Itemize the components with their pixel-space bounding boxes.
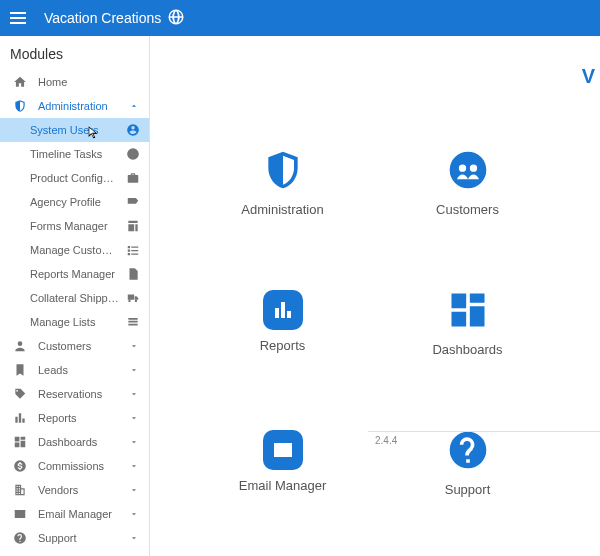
sidebar-item-customers[interactable]: Customers	[0, 334, 149, 358]
card-reports[interactable]: Reports	[210, 256, 355, 386]
tag-icon	[125, 194, 141, 210]
card-label: Reports	[260, 338, 306, 353]
sidebar-item-label: Home	[38, 76, 141, 88]
card-label: Dashboards	[432, 342, 502, 357]
sidebar-item-label: Commissions	[38, 460, 127, 472]
sidebar-header: Modules	[0, 36, 149, 70]
sidebar-subitem-product-configuration[interactable]: Product Configuration	[0, 166, 149, 190]
home-icon	[12, 74, 28, 90]
sidebar-subitem-manage-customer-t-[interactable]: Manage Customer T…	[0, 238, 149, 262]
user-circle-icon	[125, 122, 141, 138]
sidebar-subitem-label: Reports Manager	[30, 268, 119, 280]
help-circle-icon	[444, 426, 492, 474]
card-support[interactable]: Support	[395, 396, 540, 526]
sidebar-subitem-label: Collateral Shipping	[30, 292, 119, 304]
doc-icon	[125, 266, 141, 282]
chevron-down-icon	[127, 411, 141, 425]
card-administration[interactable]: Administration	[210, 116, 355, 246]
chevron-down-icon	[127, 363, 141, 377]
sidebar-subitem-manage-lists[interactable]: Manage Lists	[0, 310, 149, 334]
pricetag-icon	[12, 386, 28, 402]
people-icon	[12, 338, 28, 354]
building-icon	[12, 482, 28, 498]
sidebar-item-label: Email Manager	[38, 508, 127, 520]
sidebar-item-reports[interactable]: Reports	[0, 406, 149, 430]
version-label: 2.4.4	[375, 435, 397, 446]
list-check-icon	[125, 242, 141, 258]
sidebar-item-label: Vendors	[38, 484, 127, 496]
clock-icon	[125, 146, 141, 162]
card-customers[interactable]: Customers	[395, 116, 540, 246]
chevron-up-icon	[127, 99, 141, 113]
chevron-down-icon	[127, 339, 141, 353]
sidebar-item-vendors[interactable]: Vendors	[0, 478, 149, 502]
truck-icon	[125, 290, 141, 306]
sidebar-subitem-label: Manage Lists	[30, 316, 119, 328]
main-content: V AdministrationCustomersReportsDashboar…	[150, 36, 600, 556]
sidebar-subitem-label: Product Configuration	[30, 172, 119, 184]
footer-divider	[368, 431, 600, 432]
form-icon	[125, 218, 141, 234]
sidebar-item-reservations[interactable]: Reservations	[0, 382, 149, 406]
sidebar-item-label: Customers	[38, 340, 127, 352]
hamburger-menu-button[interactable]	[10, 7, 32, 29]
sidebar-item-commissions[interactable]: Commissions	[0, 454, 149, 478]
bookmark-icon	[12, 362, 28, 378]
sidebar-subitem-system-users[interactable]: System Users	[0, 118, 149, 142]
sidebar-item-label: Reports	[38, 412, 127, 424]
bar-chart-icon	[12, 410, 28, 426]
sidebar-item-email-manager[interactable]: Email Manager	[0, 502, 149, 526]
sidebar-item-leads[interactable]: Leads	[0, 358, 149, 382]
sidebar-subitem-label: System Users	[30, 124, 119, 136]
sidebar-subitem-reports-manager[interactable]: Reports Manager	[0, 262, 149, 286]
app-title: Vacation Creations	[44, 8, 185, 29]
sidebar-subitem-label: Agency Profile	[30, 196, 119, 208]
chevron-down-icon	[127, 507, 141, 521]
card-dashboards[interactable]: Dashboards	[395, 256, 540, 386]
money-icon	[12, 458, 28, 474]
app-title-text: Vacation Creations	[44, 10, 161, 26]
welcome-text: V	[582, 65, 596, 88]
sidebar-item-dashboards[interactable]: Dashboards	[0, 430, 149, 454]
sidebar-subitem-label: Manage Customer T…	[30, 244, 119, 256]
sidebar-item-home[interactable]: Home	[0, 70, 149, 94]
sidebar-item-label: Dashboards	[38, 436, 127, 448]
dashboard-icon	[12, 434, 28, 450]
bar-chart-box-icon	[263, 290, 303, 330]
sidebar-item-label: Support	[38, 532, 127, 544]
mail-big-icon	[263, 430, 303, 470]
sidebar-subitem-label: Timeline Tasks	[30, 148, 119, 160]
dashboard-big-icon	[444, 286, 492, 334]
chevron-down-icon	[127, 387, 141, 401]
card-label: Customers	[436, 202, 499, 217]
help-icon	[12, 530, 28, 546]
chevron-down-icon	[127, 435, 141, 449]
people-circle-icon	[444, 146, 492, 194]
mail-icon	[12, 506, 28, 522]
card-label: Administration	[241, 202, 323, 217]
sidebar-item-support[interactable]: Support	[0, 526, 149, 550]
sidebar-item-label: Leads	[38, 364, 127, 376]
chevron-down-icon	[127, 459, 141, 473]
sidebar-subitem-forms-manager[interactable]: Forms Manager	[0, 214, 149, 238]
sidebar: Modules HomeAdministrationSystem UsersTi…	[0, 36, 150, 556]
sidebar-subitem-agency-profile[interactable]: Agency Profile	[0, 190, 149, 214]
sidebar-item-administration[interactable]: Administration	[0, 94, 149, 118]
card-label: Support	[445, 482, 491, 497]
sidebar-subitem-collateral-shipping[interactable]: Collateral Shipping	[0, 286, 149, 310]
card-label: Email Manager	[239, 478, 326, 493]
sidebar-item-label: Reservations	[38, 388, 127, 400]
briefcase-icon	[125, 170, 141, 186]
sidebar-subitem-timeline-tasks[interactable]: Timeline Tasks	[0, 142, 149, 166]
globe-icon	[167, 8, 185, 29]
chevron-down-icon	[127, 531, 141, 545]
sidebar-subitem-label: Forms Manager	[30, 220, 119, 232]
shield-icon	[259, 146, 307, 194]
sidebar-item-label: Administration	[38, 100, 127, 112]
chevron-down-icon	[127, 483, 141, 497]
card-email-manager[interactable]: Email Manager	[210, 396, 355, 526]
list-icon	[125, 314, 141, 330]
shield-icon	[12, 98, 28, 114]
topbar: Vacation Creations	[0, 0, 600, 36]
